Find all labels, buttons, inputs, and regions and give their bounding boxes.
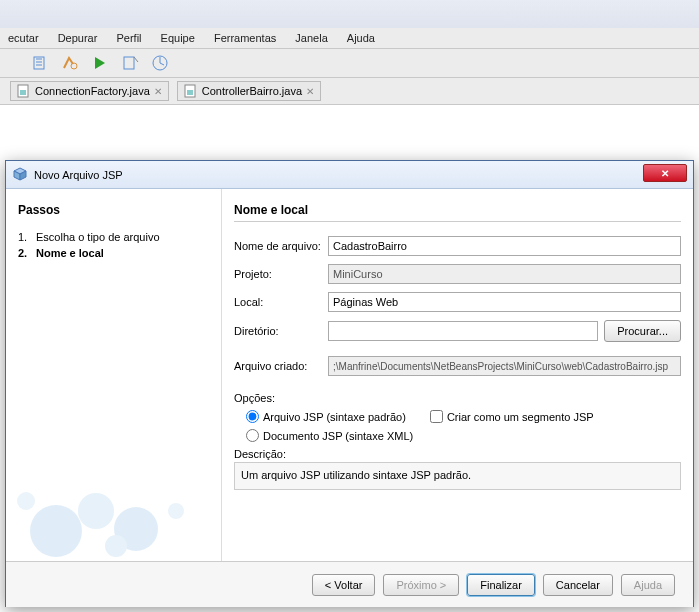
menu-bar: ecutar Depurar Perfil Equipe Ferramentas… (0, 28, 699, 49)
local-label: Local: (234, 296, 322, 308)
filename-label: Nome de arquivo: (234, 240, 322, 252)
description-box: Um arquivo JSP utilizando sintaxe JSP pa… (234, 462, 681, 490)
project-value: MiniCurso (328, 264, 681, 284)
close-icon[interactable]: ✕ (306, 86, 314, 97)
svg-point-1 (71, 63, 77, 69)
menu-item-profile[interactable]: Perfil (108, 30, 149, 46)
editor-tab-bar: ConnectionFactory.java ✕ ControllerBairr… (0, 78, 699, 105)
profile-icon[interactable] (150, 53, 170, 73)
menu-item-run[interactable]: ecutar (0, 30, 47, 46)
next-button: Próximo > (383, 574, 459, 596)
decorative-bubbles (0, 461, 216, 561)
close-button[interactable]: ✕ (643, 164, 687, 182)
checkbox-input[interactable] (430, 410, 443, 423)
svg-rect-7 (187, 90, 193, 95)
svg-point-12 (168, 503, 184, 519)
checkbox-segment[interactable]: Criar como um segmento JSP (430, 410, 594, 423)
step-item: 1. Escolha o tipo de arquivo (18, 229, 209, 245)
close-icon[interactable]: ✕ (154, 86, 162, 97)
radio-input[interactable] (246, 429, 259, 442)
help-button: Ajuda (621, 574, 675, 596)
debug-icon[interactable] (120, 53, 140, 73)
step-number: 2. (18, 247, 27, 259)
step-label: Escolha o tipo de arquivo (36, 231, 160, 243)
browse-button[interactable]: Procurar... (604, 320, 681, 342)
radio-jsp-xml[interactable]: Documento JSP (sintaxe XML) (246, 429, 413, 442)
tab-label: ConnectionFactory.java (35, 85, 150, 97)
clean-build-icon[interactable] (60, 53, 80, 73)
step-label: Nome e local (36, 247, 104, 259)
menu-item-help[interactable]: Ajuda (339, 30, 383, 46)
build-icon[interactable] (30, 53, 50, 73)
java-file-icon (184, 84, 198, 98)
step-number: 1. (18, 231, 27, 243)
editor-tab[interactable]: ConnectionFactory.java ✕ (10, 81, 169, 101)
new-file-dialog: Novo Arquivo JSP ✕ Passos 1. Escolha o t… (5, 160, 694, 607)
wizard-steps-pane: Passos 1. Escolha o tipo de arquivo 2. N… (6, 189, 221, 561)
svg-rect-2 (124, 57, 134, 69)
svg-point-10 (17, 492, 35, 510)
wizard-form-pane: Nome e local Nome de arquivo: Projeto: M… (221, 189, 693, 561)
created-file-value: ;\Manfrine\Documents\NetBeansProjects\Mi… (328, 356, 681, 376)
svg-point-11 (114, 507, 158, 551)
menu-item-window[interactable]: Janela (287, 30, 335, 46)
cancel-button[interactable]: Cancelar (543, 574, 613, 596)
java-file-icon (17, 84, 31, 98)
back-button[interactable]: < Voltar (312, 574, 376, 596)
cube-icon (12, 166, 28, 184)
dialog-titlebar: Novo Arquivo JSP ✕ (6, 161, 693, 189)
directory-input[interactable] (328, 321, 598, 341)
radio-label-text: Arquivo JSP (sintaxe padrão) (263, 411, 406, 423)
radio-label-text: Documento JSP (sintaxe XML) (263, 430, 413, 442)
svg-point-9 (78, 493, 114, 529)
form-heading: Nome e local (234, 203, 681, 217)
dialog-title: Novo Arquivo JSP (34, 169, 123, 181)
steps-heading: Passos (18, 203, 209, 217)
close-icon: ✕ (661, 168, 669, 179)
filename-input[interactable] (328, 236, 681, 256)
run-icon[interactable] (90, 53, 110, 73)
svg-rect-5 (20, 90, 26, 95)
radio-input[interactable] (246, 410, 259, 423)
divider (234, 221, 681, 222)
menu-item-debug[interactable]: Depurar (50, 30, 106, 46)
project-label: Projeto: (234, 268, 322, 280)
radio-jsp-standard[interactable]: Arquivo JSP (sintaxe padrão) (246, 410, 406, 423)
tab-label: ControllerBairro.java (202, 85, 302, 97)
editor-tab[interactable]: ControllerBairro.java ✕ (177, 81, 321, 101)
svg-point-13 (105, 535, 127, 557)
directory-label: Diretório: (234, 325, 322, 337)
dialog-footer: < Voltar Próximo > Finalizar Cancelar Aj… (6, 561, 693, 607)
toolbar (0, 49, 699, 78)
menu-item-team[interactable]: Equipe (153, 30, 203, 46)
options-group: Opções: Arquivo JSP (sintaxe padrão) Cri… (234, 392, 681, 490)
svg-point-8 (30, 505, 82, 557)
description-label: Descrição: (234, 448, 681, 460)
menu-item-tools[interactable]: Ferramentas (206, 30, 284, 46)
checkbox-label-text: Criar como um segmento JSP (447, 411, 594, 423)
created-file-label: Arquivo criado: (234, 360, 322, 372)
step-item-current: 2. Nome e local (18, 245, 209, 261)
local-select[interactable]: Páginas Web (328, 292, 681, 312)
options-heading: Opções: (234, 392, 681, 404)
finish-button[interactable]: Finalizar (467, 574, 535, 596)
window-chrome (0, 0, 699, 28)
